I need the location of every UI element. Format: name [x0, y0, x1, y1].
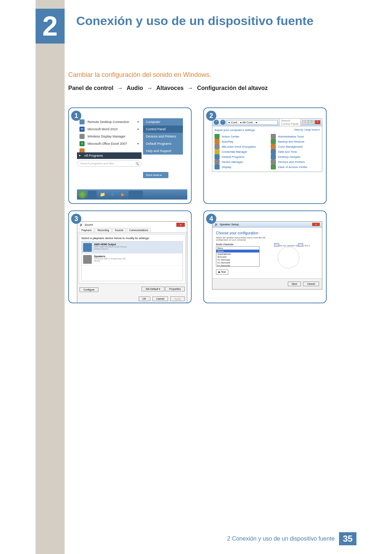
- test-button[interactable]: ▶ Test: [216, 270, 228, 275]
- window-title: Sound: [85, 223, 93, 226]
- figure-3-sound-dialog: 🔊 Sound × Playback Recording Sounds Comm…: [68, 210, 192, 303]
- path-step-2: Audio: [127, 85, 143, 91]
- path-step-1: Panel de control: [68, 85, 113, 91]
- arrow-icon: →: [185, 85, 195, 91]
- step-badge-3: 3: [71, 214, 81, 224]
- ok-button[interactable]: OK: [139, 296, 150, 301]
- right-menu-item-selected[interactable]: Control Panel: [143, 126, 183, 133]
- breadcrumb[interactable]: ▸ Cont... ▸ All Cont... ▸: [227, 120, 278, 125]
- channels-listbox[interactable]: Mono Stereo Quadraphonic Surround 3.1 Su…: [216, 246, 260, 267]
- chapter-title: Conexión y uso de un dispositivo fuente: [76, 14, 314, 28]
- sound-window: 🔊 Sound × Playback Recording Sounds Comm…: [77, 221, 187, 303]
- cp-item[interactable]: AutoPlay: [215, 139, 264, 144]
- channel-option[interactable]: 5.1 Surround: [216, 264, 259, 267]
- menu-item[interactable]: XMicrosoft Office Excel 2007▸: [77, 140, 142, 147]
- ie-icon[interactable]: e: [108, 191, 117, 198]
- device-name: Speakers: [94, 255, 126, 258]
- color-icon: [271, 144, 276, 149]
- start-button-icon[interactable]: [78, 190, 86, 198]
- all-programs[interactable]: All Programs: [77, 152, 142, 159]
- cp-item[interactable]: Device Manager: [215, 159, 264, 164]
- close-button[interactable]: ×: [176, 223, 185, 227]
- tab-sounds[interactable]: Sounds: [112, 228, 126, 232]
- start-menu-left: Remote Desktop Connection▸ WMicrosoft Wo…: [77, 118, 142, 167]
- page-number: 35: [339, 532, 356, 545]
- taskbar-app[interactable]: [128, 191, 143, 198]
- media-icon[interactable]: ▶: [118, 191, 127, 198]
- cancel-button[interactable]: Cancel: [303, 282, 319, 286]
- menu-item[interactable]: [77, 147, 142, 151]
- search-icon: 🔍: [135, 162, 139, 165]
- maximize-button[interactable]: □: [309, 120, 314, 124]
- path-step-3: Altavoces: [156, 85, 184, 91]
- shutdown-button[interactable]: Shut down ▸: [143, 172, 168, 178]
- footer-chapter-title: 2 Conexión y uso de un dispositivo fuent…: [227, 535, 335, 542]
- cp-item[interactable]: Default Programs: [215, 154, 264, 159]
- view-by[interactable]: View by: Large icons ▾: [294, 128, 320, 132]
- cp-item[interactable]: Backup and Restore: [271, 139, 320, 144]
- close-button[interactable]: ×: [315, 120, 320, 124]
- cp-item[interactable]: Date and Time: [271, 149, 320, 154]
- chapter-number: 2: [42, 12, 58, 40]
- speaker-icon: [83, 255, 92, 264]
- tab-recording[interactable]: Recording: [95, 228, 111, 232]
- channel-option[interactable]: Mono: [216, 247, 259, 250]
- search-input[interactable]: Search programs and files🔍: [77, 160, 142, 167]
- channel-option[interactable]: Surround: [216, 255, 259, 258]
- window-titlebar: 🔊 Speaker Setup ×: [212, 222, 322, 227]
- set-default-button[interactable]: Set Default ▾: [142, 287, 164, 291]
- configure-button[interactable]: Configure: [79, 287, 98, 292]
- tab-playback[interactable]: Playback: [79, 228, 94, 232]
- cp-item[interactable]: Color Management: [271, 144, 320, 149]
- taskbar: 📁 e ▶: [77, 189, 187, 200]
- programs-icon: [215, 154, 220, 159]
- excel-icon: X: [79, 141, 85, 146]
- channel-option[interactable]: 5.1 Surround: [216, 261, 259, 264]
- next-button[interactable]: Next: [288, 282, 301, 286]
- cp-item[interactable]: Desktop Gadgets: [271, 154, 320, 159]
- taskbar-app[interactable]: [88, 191, 97, 198]
- search-input[interactable]: Search Control Panel: [279, 118, 301, 126]
- properties-button[interactable]: Properties: [165, 287, 185, 291]
- cp-item[interactable]: Display: [215, 164, 264, 169]
- menu-item[interactable]: Remote Desktop Connection▸: [77, 118, 142, 126]
- device-item[interactable]: Speakers Conexant 20671 SmartAudio HD Re…: [82, 254, 183, 266]
- channels-label: Audio channels:: [216, 243, 260, 246]
- channel-option-selected[interactable]: Stereo: [216, 250, 259, 253]
- speaker-left-icon[interactable]: [274, 243, 279, 247]
- cp-item[interactable]: Credential Manager: [215, 149, 264, 154]
- right-menu-item[interactable]: Default Programs: [143, 140, 183, 147]
- nav-back-icon[interactable]: ‹: [214, 120, 219, 125]
- menu-item[interactable]: WMicrosoft Word 2010▸: [77, 126, 142, 133]
- tab-communications[interactable]: Communications: [127, 228, 151, 232]
- cp-item[interactable]: BitLocker Drive Encryption: [215, 144, 264, 149]
- close-button[interactable]: ×: [312, 223, 320, 226]
- cp-item[interactable]: Action Center: [215, 134, 264, 139]
- device-item-selected[interactable]: AMD HDMI Output AMD High Definition Audi…: [82, 242, 183, 254]
- right-menu-item[interactable]: Computer: [143, 118, 183, 126]
- step-badge-4: 4: [206, 214, 216, 224]
- nav-fwd-icon[interactable]: ›: [220, 120, 225, 125]
- step-badge-1: 1: [71, 111, 81, 121]
- page-footer: 2 Conexión y uso de un dispositivo fuent…: [36, 532, 356, 545]
- minimize-button[interactable]: –: [302, 120, 308, 124]
- channel-option[interactable]: Quadraphonic: [216, 253, 259, 255]
- cp-item[interactable]: Ease of Access Center: [271, 164, 320, 169]
- menu-item[interactable]: Wireless Display Manager: [77, 133, 142, 140]
- cp-item[interactable]: Devices and Printers: [271, 159, 320, 164]
- display-icon: [215, 164, 220, 169]
- folder-icon[interactable]: 📁: [98, 191, 107, 198]
- cp-item[interactable]: Administrative Tools: [271, 134, 320, 139]
- section-title: Cambiar la configuración del sonido en W…: [68, 71, 211, 79]
- channel-option[interactable]: 3.1 Surround: [216, 258, 259, 261]
- apply-button[interactable]: Apply: [170, 296, 185, 301]
- arrow-icon: →: [145, 85, 155, 91]
- right-menu-item[interactable]: Devices and Printers: [143, 133, 183, 140]
- cancel-button[interactable]: Cancel: [152, 296, 168, 301]
- right-menu-item[interactable]: Help and Support: [143, 147, 183, 155]
- dialog-subtext: Select the speaker setup below that is m…: [216, 237, 274, 241]
- path-step-4: Configuración del altavoz: [197, 85, 268, 91]
- speaker-right-icon[interactable]: [298, 243, 303, 247]
- wireless-icon: [79, 134, 85, 139]
- date-time-icon: [271, 149, 276, 154]
